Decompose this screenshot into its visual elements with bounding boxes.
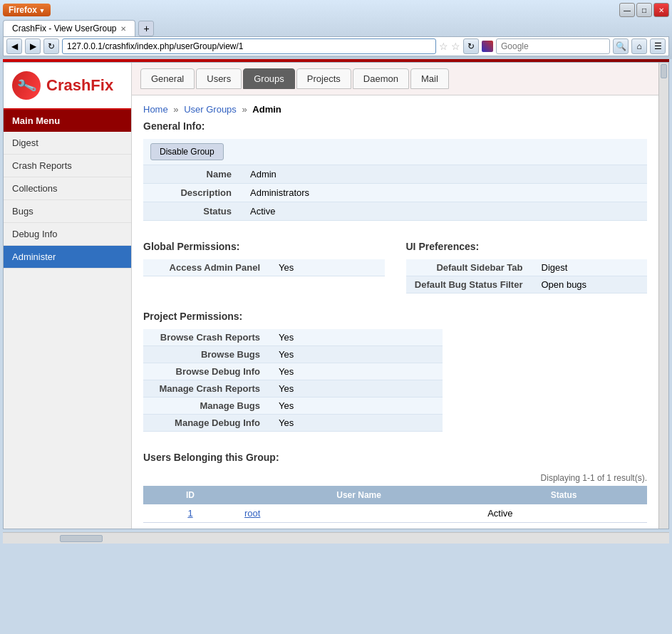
global-permissions-table: Access Admin Panel Yes [143,259,385,276]
browse-crash-value: Yes [272,329,443,346]
sidebar-item-digest[interactable]: Digest [4,132,131,155]
col-status: Status [480,486,647,504]
horizontal-scrollbar-thumb[interactable] [60,535,103,542]
global-permissions-col: Global Permissions: Access Admin Panel Y… [143,241,385,299]
tab-mail[interactable]: Mail [410,68,449,89]
firefox-menu-button[interactable]: Firefox [3,4,51,16]
sidebar-item-collections[interactable]: Collections [4,177,131,200]
result-count: Displaying 1-1 of 1 result(s). [143,470,647,486]
app-logo-text: CrashFix [46,76,113,95]
sidebar-item-debug-info[interactable]: Debug Info [4,223,131,246]
browser-tab[interactable]: CrashFix - View UserGroup ✕ [3,20,135,36]
ui-prefs-table: Default Sidebar Tab Digest Default Bug S… [406,259,648,293]
global-permissions-title: Global Permissions: [143,241,385,252]
top-nav: General Users Groups Projects Daemon Mai… [132,63,658,95]
search-engine-icon [482,41,493,52]
breadcrumb-home[interactable]: Home [143,104,168,115]
search-field[interactable] [496,38,610,54]
forward-button[interactable]: ▶ [25,38,41,54]
new-tab-button[interactable]: + [138,21,154,36]
ui-prefs-col: UI Preferences: Default Sidebar Tab Dige… [406,241,648,299]
user-id-link[interactable]: 1 [187,508,192,519]
permissions-section: Global Permissions: Access Admin Panel Y… [132,241,658,299]
sidebar: 🔧 CrashFix Main Menu Digest Crash Report… [4,63,132,529]
status-value: Active [243,202,647,221]
search-button[interactable]: 🔍 [613,38,629,54]
manage-bugs-label: Manage Bugs [143,397,272,415]
description-label: Description [143,184,243,202]
users-section-title: Users Belonging this Group: [143,452,647,463]
status-label: Status [143,202,243,221]
star-icon2[interactable]: ☆ [451,41,460,52]
name-value: Admin [243,165,647,184]
browse-bugs-value: Yes [272,346,443,363]
tab-groups[interactable]: Groups [243,68,295,89]
scrollbar[interactable] [658,63,668,529]
breadcrumb: Home » User Groups » Admin [132,95,658,118]
home-button[interactable]: ⌂ [631,38,647,54]
users-table: ID User Name Status 1 root Active [143,486,647,523]
access-admin-label: Access Admin Panel [143,259,272,276]
username-link[interactable]: root [244,508,260,519]
user-status: Active [480,504,647,523]
general-info-table: Disable Group Name Admin Description Adm… [143,139,647,221]
manage-crash-label: Manage Crash Reports [143,380,272,397]
project-permissions-title: Project Permissions: [143,311,647,322]
close-tab-icon[interactable]: ✕ [120,25,126,33]
name-label: Name [143,165,243,184]
star-icon[interactable]: ☆ [439,41,448,52]
sidebar-header: Main Menu [4,110,131,132]
table-row: 1 root Active [143,504,647,523]
sidebar-item-crash-reports[interactable]: Crash Reports [4,155,131,177]
default-sidebar-label: Default Sidebar Tab [406,259,534,276]
ui-prefs-title: UI Preferences: [406,241,648,252]
breadcrumb-current: Admin [252,104,281,115]
project-permissions-section: Project Permissions: Browse Crash Report… [132,308,658,446]
maximize-button[interactable]: □ [636,3,652,17]
description-value: Administrators [243,184,647,202]
browse-crash-label: Browse Crash Reports [143,329,272,346]
minimize-button[interactable]: — [619,3,635,17]
col-id: ID [143,486,237,504]
browse-bugs-label: Browse Bugs [143,346,272,363]
reload-button2[interactable]: ↻ [463,38,479,54]
default-bug-status-value: Open bugs [534,276,648,293]
url-field[interactable] [62,38,436,54]
manage-debug-label: Manage Debug Info [143,415,272,432]
tab-general[interactable]: General [140,68,195,89]
main-content: General Users Groups Projects Daemon Mai… [132,63,658,529]
manage-bugs-value: Yes [272,397,443,415]
default-sidebar-value: Digest [534,259,648,276]
reload-button[interactable]: ↻ [43,38,59,54]
users-section: Users Belonging this Group: Displaying 1… [132,446,658,529]
breadcrumb-sep1: » [173,104,181,115]
disable-group-button[interactable]: Disable Group [150,143,224,160]
tab-projects[interactable]: Projects [296,68,351,89]
browse-debug-value: Yes [272,363,443,380]
browse-debug-label: Browse Debug Info [143,363,272,380]
manage-debug-value: Yes [272,415,443,432]
sidebar-item-administer[interactable]: Administer [4,246,131,269]
tab-daemon[interactable]: Daemon [353,68,409,89]
manage-crash-value: Yes [272,380,443,397]
tab-users[interactable]: Users [196,68,242,89]
project-permissions-table: Browse Crash Reports Yes Browse Bugs Yes… [143,329,443,432]
back-button[interactable]: ◀ [6,38,22,54]
general-info-title: General Info: [143,120,647,132]
breadcrumb-user-groups[interactable]: User Groups [184,104,237,115]
breadcrumb-sep2: » [242,104,249,115]
sidebar-item-bugs[interactable]: Bugs [4,200,131,223]
logo-icon: 🔧 [8,67,44,103]
access-admin-value: Yes [272,259,385,276]
tools-button[interactable]: ☰ [650,38,666,54]
tab-title: CrashFix - View UserGroup [12,24,116,33]
default-bug-status-label: Default Bug Status Filter [406,276,534,293]
col-username: User Name [237,486,480,504]
close-button[interactable]: ✕ [653,3,669,17]
general-info-section: General Info: Disable Group Name Admin D… [132,118,658,241]
